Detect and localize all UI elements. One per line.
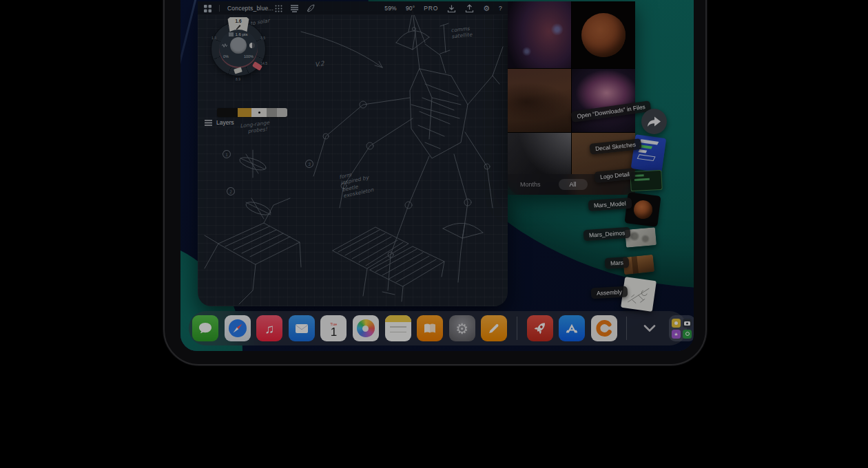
active-brush-size: 1.6: [235, 19, 241, 23]
brush-size-segment: 3.5: [260, 36, 265, 40]
dock-app-messages[interactable]: [192, 315, 218, 341]
annotation-comms: comms satellite: [451, 25, 473, 40]
share-export-icon[interactable]: [465, 4, 474, 13]
drag-thumb-mars-model[interactable]: [624, 192, 661, 227]
zoom-level[interactable]: 59%: [384, 5, 397, 12]
smoothing-icon: [222, 43, 227, 48]
import-icon[interactable]: [447, 4, 456, 13]
layers-label: Layers: [216, 119, 234, 126]
pen-nib-icon[interactable]: [307, 4, 315, 12]
camera-icon: [684, 321, 690, 326]
dock-app-rocket[interactable]: [527, 315, 553, 341]
layers-list-icon: [205, 120, 212, 126]
dock-app-notes[interactable]: [385, 315, 411, 341]
photos-app-window: Months All: [508, 1, 635, 195]
brush-size-segment: 1.3: [211, 36, 216, 40]
settings-gear-icon: ⚙: [455, 321, 468, 336]
mini-fitness-icon: [683, 330, 692, 339]
dock-app-mail[interactable]: [289, 315, 315, 341]
opacity-icon: [249, 43, 255, 48]
photo-orion-nebula[interactable]: [572, 69, 635, 132]
dock-app-books[interactable]: [417, 315, 443, 341]
color-swatch-gold[interactable]: [238, 108, 251, 117]
photos-flower-icon: [357, 319, 375, 337]
selected-swatch-dot: [258, 111, 260, 114]
dock-app-calendar[interactable]: Tue 1: [320, 315, 347, 341]
pro-badge: PRO: [424, 5, 438, 12]
dock-app-library[interactable]: ★: [669, 315, 694, 341]
tab-all-selected[interactable]: All: [559, 179, 588, 190]
star-icon: ★: [674, 332, 678, 337]
color-swatch-bar: [217, 108, 287, 117]
ipad-device: connect to solar comms satellite V.2 Lon…: [163, 0, 707, 365]
page: connect to solar comms satellite V.2 Lon…: [0, 0, 868, 468]
stroke-lines-icon: [229, 32, 234, 36]
color-swatch-black[interactable]: [217, 108, 238, 117]
color-swatch-lightgray[interactable]: [277, 108, 287, 117]
concepts-c-icon: [595, 319, 614, 338]
drag-label-assembly[interactable]: Assembly: [591, 286, 628, 299]
current-color-knob[interactable]: [230, 37, 247, 54]
pages-pen-icon: [486, 320, 502, 337]
mini-star-icon: ★: [672, 330, 681, 339]
tab-months[interactable]: Months: [520, 181, 541, 188]
photo-mars-planet[interactable]: [572, 1, 635, 68]
brush-wheel[interactable]: 1.3 3.5 14.5 8.9 1.6: [211, 22, 265, 76]
brush-wheel-center[interactable]: 1.6 pts 0% 100%: [219, 30, 258, 68]
photos-grid: [508, 1, 635, 195]
color-swatch-white-selected[interactable]: [251, 108, 267, 117]
dots-grid-icon[interactable]: [275, 5, 282, 12]
dock: ♫ Tue 1: [189, 311, 687, 345]
brush-size-segment: 14.5: [260, 61, 267, 65]
drag-label-mars[interactable]: Mars: [605, 257, 630, 269]
calendar-day: 1: [331, 326, 337, 339]
chevron-down-icon: [643, 325, 656, 332]
music-note-icon: ♫: [265, 322, 274, 335]
menu-lines-icon[interactable]: [290, 4, 299, 12]
rotation-angle[interactable]: 90°: [406, 5, 415, 12]
dock-app-photos[interactable]: [353, 315, 379, 341]
help-icon[interactable]: ?: [499, 5, 502, 12]
mini-tips-icon: [672, 319, 681, 328]
messages-icon: [197, 320, 214, 337]
brush-size-segment: 8.9: [236, 77, 240, 81]
assembly-sketch: [623, 279, 654, 309]
mini-camera-icon: [683, 319, 692, 328]
dock-app-safari[interactable]: [225, 315, 251, 341]
photo-horsehead-nebula[interactable]: [508, 1, 571, 68]
opacity-max-label: 100%: [244, 54, 254, 58]
books-icon: [422, 320, 438, 337]
dock-app-concepts[interactable]: [591, 315, 617, 341]
safari-icon: [227, 318, 248, 339]
opacity-min-label: 0%: [223, 54, 229, 58]
notes-icon: [385, 315, 411, 322]
concepts-toolbar: Concepts_blue...: [198, 1, 508, 15]
share-forward-button[interactable]: [641, 109, 667, 134]
color-swatch-gray[interactable]: [267, 108, 277, 117]
apps-grid-icon[interactable]: [204, 5, 211, 12]
dock-app-appstore[interactable]: [559, 315, 585, 341]
mail-icon: [293, 320, 310, 337]
photo-mars-surface[interactable]: [508, 69, 571, 132]
settings-gear-icon[interactable]: ⚙: [483, 4, 490, 13]
dock-chevron-down-button[interactable]: [639, 315, 660, 341]
forward-arrow-icon: [647, 116, 661, 127]
layers-button[interactable]: Layers: [205, 119, 234, 126]
dock-app-music[interactable]: ♫: [256, 315, 282, 341]
dock-app-pages[interactable]: [481, 315, 507, 341]
brush-size-pts: 1.6 pts: [235, 32, 247, 36]
appstore-icon: [563, 319, 581, 337]
dock-divider: [626, 317, 627, 340]
dock-divider: [517, 317, 517, 340]
document-title[interactable]: Concepts_blue...: [227, 5, 273, 12]
concepts-app-window: connect to solar comms satellite V.2 Lon…: [198, 1, 508, 306]
rocket-icon: [531, 319, 549, 337]
dock-app-settings[interactable]: ⚙: [449, 315, 475, 341]
toolbar-divider: [219, 5, 220, 12]
ipad-screen: connect to solar comms satellite V.2 Lon…: [180, 0, 694, 351]
annotation-version: V.2: [314, 60, 324, 69]
